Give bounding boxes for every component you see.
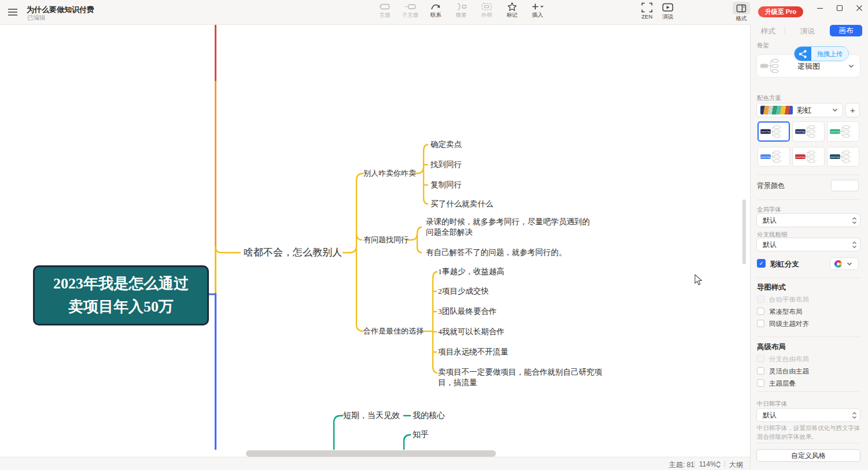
topic-sell-what-bought[interactable]: 买了什么就卖什么 [431, 198, 493, 210]
marker-star-icon [506, 2, 518, 12]
topic-icon [379, 2, 391, 12]
share-nodes-icon [795, 47, 811, 61]
topic-selling-point[interactable]: 确定卖点 [431, 139, 462, 150]
statusbar [0, 457, 750, 470]
align-siblings-checkbox[interactable] [757, 320, 764, 327]
theme-thumbnail-2[interactable]: Central Topic [792, 121, 825, 142]
color-scheme-label: 配色方案 [757, 94, 781, 102]
section-divider [757, 443, 860, 443]
topic-find-peer[interactable]: 找到同行 [431, 159, 462, 171]
marker-button[interactable]: 标记 [503, 2, 521, 19]
free-branch-label: 分支自由布局 [769, 355, 809, 364]
topic-button[interactable]: 主题 [376, 2, 393, 19]
theme-thumbnail-6[interactable]: Central Topic [827, 147, 859, 166]
zen-icon [641, 2, 653, 13]
topic-count: 主题: 81 [669, 460, 694, 470]
present-icon [662, 2, 674, 13]
svg-text:Central Topic: Central Topic [830, 131, 841, 133]
background-color-swatch[interactable] [831, 180, 859, 191]
rainbow-branch-label: 彩虹分支 [770, 260, 799, 269]
subtopic-button[interactable]: 子主题 [402, 2, 419, 19]
theme-thumbnail-1[interactable]: Central Topic [757, 121, 790, 142]
toolbar: 主题 子主题 联系 概要 外框 标记 插入 [376, 2, 546, 19]
boundary-button[interactable]: 外框 [478, 2, 495, 19]
section-divider [757, 175, 860, 175]
cjk-font-select[interactable]: 默认 [756, 408, 860, 422]
vertical-scrollbar[interactable] [742, 199, 746, 264]
topic-record-course[interactable]: 录课的时候，就多参考同行，尽量吧学员遇到的 问题全部解决 [426, 217, 590, 238]
rainbow-branch-checkbox[interactable] [757, 259, 766, 268]
topic-my-core[interactable]: 我的核心 [413, 410, 445, 421]
zen-mode-button[interactable]: ZEN [641, 2, 653, 20]
theme-thumbnail-4[interactable]: Central Topic [757, 147, 790, 166]
svg-text:Central Topic: Central Topic [760, 156, 771, 158]
free-branch-checkbox [757, 355, 764, 362]
global-font-select[interactable]: 默认 [756, 213, 860, 227]
hamburger-menu-icon[interactable] [8, 8, 18, 16]
close-button[interactable] [854, 3, 865, 13]
relationship-icon [430, 2, 442, 12]
topic-coop-sell[interactable]: 卖项目不一定要做项目，能合作就别自己研究项 目，搞流量 [438, 367, 602, 388]
topic-coop-3[interactable]: 3团队最终要合作 [438, 306, 496, 317]
topic-coop-1[interactable]: 1事越少，收益越高 [438, 266, 505, 277]
theme-thumbnail-5[interactable]: Central Topic [792, 147, 825, 166]
upgrade-pro-button[interactable]: 升级至 Pro [758, 6, 803, 17]
chevron-down-icon [847, 262, 852, 266]
subtopic-label: 子主题 [402, 12, 419, 19]
cloud-upload-widget[interactable]: 拖拽上传 [794, 46, 849, 61]
subtopic-icon [404, 2, 416, 12]
add-scheme-button[interactable]: + [845, 103, 860, 117]
branch-width-select[interactable]: 默认 [756, 238, 860, 251]
statusbar-separator [724, 461, 725, 467]
outline-button[interactable]: 大纲 [729, 460, 743, 470]
theme-thumbnail-3[interactable]: Central Topic [827, 121, 859, 142]
summary-button[interactable]: 概要 [453, 2, 470, 19]
flexible-topic-checkbox[interactable] [757, 367, 764, 375]
tab-style[interactable]: 样式 [761, 27, 775, 36]
topic-refer-peers[interactable]: 有自己解答不了的问题，就参考同行的。 [426, 247, 567, 258]
topic-cooperation[interactable]: 合作是最佳的选择 [363, 325, 424, 337]
stepper-icon [852, 412, 857, 419]
stepper-icon [852, 217, 857, 224]
minimize-button[interactable] [815, 3, 825, 13]
topic-copy-peer[interactable]: 复制同行 [431, 179, 462, 191]
section-divider [757, 336, 860, 337]
compact-layout-checkbox[interactable] [757, 308, 764, 315]
maximize-button[interactable] [834, 3, 845, 13]
relationship-button[interactable]: 联系 [427, 2, 444, 19]
svg-text:Central Topic: Central Topic [795, 156, 806, 158]
topic-teach[interactable]: 啥都不会，怎么教别人 [244, 245, 342, 260]
topic-sell-like[interactable]: 别人咋卖你咋卖 [363, 168, 416, 179]
auto-balance-label: 自动平衡布局 [769, 295, 809, 304]
topic-label: 主题 [380, 12, 391, 19]
zoom-level[interactable]: 114% [699, 460, 716, 468]
topic-overlap-checkbox[interactable] [757, 379, 764, 387]
statusbar-separator [694, 461, 695, 467]
central-topic-node[interactable]: 2023年我是怎么通过 卖项目年入50万 [33, 265, 209, 325]
relationship-label: 联系 [431, 12, 442, 19]
topic-ask-peers[interactable]: 有问题找同行 [363, 234, 409, 246]
present-button[interactable]: 演说 [662, 2, 674, 21]
chevron-down-icon [832, 108, 838, 112]
horizontal-scrollbar[interactable] [246, 450, 496, 457]
rainbow-color-select[interactable] [830, 257, 859, 270]
drag-upload-label: 拖拽上传 [811, 47, 848, 61]
structure-value: 逻辑图 [797, 61, 820, 72]
topic-coop-2[interactable]: 2项目少成交快 [438, 286, 489, 297]
maximize-icon [836, 4, 844, 12]
topic-coop-traffic[interactable]: 项目永远绕不开流量 [438, 346, 509, 358]
topic-overlap-label: 主题层叠 [769, 379, 796, 388]
svg-text:Central Topic: Central Topic [795, 131, 806, 133]
zoom-stepper-icon[interactable] [716, 461, 721, 468]
map-style-title: 导图样式 [757, 283, 786, 293]
insert-button[interactable]: 插入 [529, 2, 546, 19]
topic-coop-4[interactable]: 4我就可以长期合作 [438, 326, 505, 338]
chevron-down-icon [848, 64, 854, 68]
tab-present[interactable]: 演说 [800, 27, 815, 36]
insert-label: 插入 [532, 12, 543, 19]
custom-style-button[interactable]: 自定义风格 [756, 449, 860, 462]
topic-short-term[interactable]: 短期，当天见效 [343, 410, 400, 421]
tab-canvas[interactable]: 画布 [830, 25, 862, 36]
format-panel-button[interactable] [733, 2, 750, 14]
topic-zhihu[interactable]: 知乎 [413, 429, 429, 441]
